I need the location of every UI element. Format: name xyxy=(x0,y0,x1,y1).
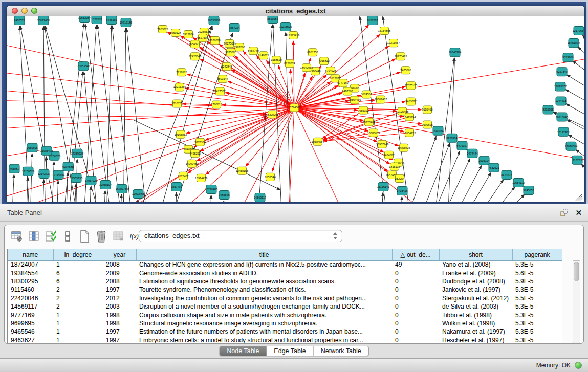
table-cell: 5.3E-5 xyxy=(512,302,562,311)
table-cell: Genome-wide association studies in ADHD. xyxy=(136,269,392,277)
graph-edge xyxy=(123,28,126,202)
table-row[interactable]: 969969511998Structural magnetic resonanc… xyxy=(8,319,562,327)
table-row[interactable]: 946554611997Estimation of the future num… xyxy=(8,327,562,336)
row-height-icon xyxy=(64,230,71,243)
graph-edge xyxy=(104,190,105,202)
column-header[interactable]: year xyxy=(103,249,136,260)
tab-node-table[interactable]: Node Table xyxy=(220,346,266,356)
table-row[interactable]: 1872400712008Changes of HCN gene express… xyxy=(8,260,562,269)
table-cell: Tourette syndrome. Phenomenology and cla… xyxy=(136,286,392,294)
graph-node-label: 14569117 xyxy=(254,196,266,199)
graph-node-label: 1640934 xyxy=(432,129,443,133)
table-cell: 5.3E-5 xyxy=(512,311,562,319)
graph-node-label: 15716485 xyxy=(205,188,217,191)
table-row[interactable]: 911546021997Tourette syndrome. Phenomeno… xyxy=(8,286,562,294)
table-row[interactable]: 1938455462009Genome-wide association stu… xyxy=(8,269,562,277)
table-cell: 5.6E-5 xyxy=(512,269,562,277)
table-row[interactable]: 1830029562008Estimation of significance … xyxy=(8,277,562,286)
table-cell: Dudbridge et al. (2008) xyxy=(439,277,512,286)
graph-edge xyxy=(57,181,58,202)
table-cell: 1997 xyxy=(103,327,136,336)
table-scrollbar-thumb[interactable] xyxy=(574,262,579,281)
network-view-window: citations_edges.txt 79638228960128891293… xyxy=(7,6,584,202)
graph-edge xyxy=(26,177,28,202)
new-file-button[interactable] xyxy=(78,230,91,243)
table-cell: 5.3E-5 xyxy=(512,286,562,294)
table-cell: 0 xyxy=(392,319,439,327)
column-header[interactable]: short xyxy=(439,249,512,260)
close-panel-icon[interactable]: ✕ xyxy=(575,208,582,217)
graph-node-label: 1990448 xyxy=(310,70,320,73)
graph-node-label: 14099489 xyxy=(186,162,198,165)
validate-rows-button[interactable] xyxy=(45,230,57,243)
graph-node-label: 19218506 xyxy=(279,25,292,28)
graph-node-label: 9474444 xyxy=(467,152,477,155)
table-settings-icon xyxy=(11,230,23,243)
graph-node-label: 7955812 xyxy=(318,59,329,62)
table-cell: Tibbo et al. (1998) xyxy=(439,311,512,319)
graph-edge xyxy=(7,115,267,119)
graph-node-label: 9699695 xyxy=(422,123,432,126)
table-cell: Yano et al. (2008) xyxy=(439,260,512,269)
table-cell: 0 xyxy=(392,327,439,336)
node-table: namein_degreeyeartitle△ out_de...shortpa… xyxy=(7,249,562,343)
column-header[interactable]: name xyxy=(8,249,53,260)
table-row[interactable]: 2242004622012Investigating the contribut… xyxy=(8,294,562,302)
graph-edge xyxy=(97,25,122,202)
table-cell: 2009 xyxy=(103,269,136,277)
column-header[interactable]: pagerank xyxy=(512,249,562,260)
table-source-dropdown[interactable]: citations_edges.txt xyxy=(139,230,342,242)
graph-node-label: 19654923 xyxy=(403,132,416,135)
row-height-button[interactable] xyxy=(61,230,74,243)
table-cell: 1997 xyxy=(103,286,136,294)
graph-node-label: 2657682 xyxy=(367,19,378,22)
graph-edge xyxy=(567,75,584,92)
delete-table-button[interactable] xyxy=(112,230,124,243)
table-row[interactable]: 977716911998Corpus callosum shape and si… xyxy=(8,311,562,319)
table-cell: 5.3E-5 xyxy=(512,336,562,343)
column-header[interactable]: in_degree xyxy=(53,249,103,260)
graph-node-label: 7485063 xyxy=(400,69,411,72)
graph-node-label: 16648784 xyxy=(449,51,461,54)
graph-edge xyxy=(582,35,584,50)
desktop-background: citations_edges.txt 79638228960128891293… xyxy=(0,0,588,204)
graph-node-label: 9827505 xyxy=(197,36,208,39)
table-panel-title: Table Panel xyxy=(7,204,42,222)
table-toolbar: f(x) xyxy=(11,229,141,244)
table-cell: de Silva et al. (2003) xyxy=(439,302,512,311)
graph-edge xyxy=(7,83,267,114)
table-source-value: citations_edges.txt xyxy=(144,230,200,242)
table-scrollbar[interactable] xyxy=(573,260,580,343)
graph-edge xyxy=(323,122,369,140)
network-canvas[interactable]: 7963822896012889129342226053898275051654… xyxy=(7,16,584,202)
tab-network-table[interactable]: Network Table xyxy=(313,346,368,356)
graph-node-label: 12505135 xyxy=(70,177,82,180)
graph-node-label: 9463627 xyxy=(405,100,416,103)
graph-edge xyxy=(66,172,68,202)
table-row[interactable]: 1456911722003Disruption of a novel membe… xyxy=(8,302,562,311)
delete-table-icon xyxy=(112,230,124,243)
graph-node-label: 1244413 xyxy=(555,99,566,102)
column-header[interactable]: △ out_de... xyxy=(392,249,439,260)
graph-node-label: 3624554 xyxy=(361,93,372,96)
graph-node-label: 19756928 xyxy=(398,146,410,149)
svg-text:f(x): f(x) xyxy=(130,233,139,240)
column-header[interactable]: title xyxy=(136,249,392,260)
graph-node-label: 6497568 xyxy=(342,90,353,93)
graph-edge xyxy=(165,107,294,202)
table-cell: 1 xyxy=(53,336,103,343)
tab-edge-table[interactable]: Edge Table xyxy=(266,346,313,356)
table-cell: Wolkin et al. (1998) xyxy=(439,319,512,327)
graph-node-label: 6794028 xyxy=(325,69,336,72)
graph-edge xyxy=(497,194,525,202)
validate-rows-icon xyxy=(45,230,56,243)
float-panel-icon[interactable] xyxy=(560,209,568,217)
window-titlebar[interactable]: citations_edges.txt xyxy=(7,6,584,16)
select-column-button[interactable] xyxy=(28,230,40,243)
delete-trash-button[interactable] xyxy=(95,230,107,243)
table-cell: Estimation of the future numbers of pati… xyxy=(136,327,392,336)
table-cell: Stergiakouli et al. (2012) xyxy=(439,294,512,302)
graph-node-label: 8427552 xyxy=(214,90,225,93)
table-row[interactable]: 946362711997Embryonic stem cells: a mode… xyxy=(8,336,562,343)
table-settings-button[interactable] xyxy=(11,230,23,243)
